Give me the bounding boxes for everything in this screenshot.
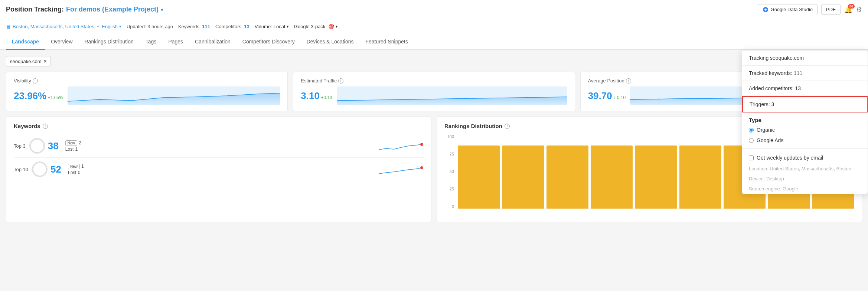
dp-type-organic-row: Organic xyxy=(742,125,868,135)
dp-tracking-label: Tracking seoquake.com xyxy=(742,50,868,66)
nav-item-devices-locations[interactable]: Devices & Locations xyxy=(301,34,360,50)
dp-search-engine-meta: Search engine: Google xyxy=(742,184,868,194)
nav-item-competitors-discovery[interactable]: Competitors Discovery xyxy=(236,34,301,50)
rd-bar-5 xyxy=(635,146,677,209)
gpack-dropdown-arrow: ▾ xyxy=(336,24,338,29)
gpack-icon: 🎯 xyxy=(328,24,334,29)
keywords-value: 111 xyxy=(202,24,210,29)
language-text: English xyxy=(102,24,118,29)
kw-top3-badges: New 2 Lost 1 xyxy=(65,140,81,152)
dp-type-organic-radio[interactable] xyxy=(749,128,754,133)
page-title-static: Position Tracking: xyxy=(6,6,64,13)
nav-item-cannibalization[interactable]: Cannibalization xyxy=(189,34,236,50)
keywords-info-icon[interactable]: i xyxy=(43,124,48,129)
dp-type-google-ads-radio[interactable] xyxy=(749,138,754,143)
volume-dropdown[interactable]: Volume: Local ▾ xyxy=(255,24,289,29)
rd-bar-4 xyxy=(591,146,633,209)
dp-triggers: Triggers: 3 xyxy=(742,96,868,112)
kw-top10-new-value: 1 xyxy=(81,164,84,169)
nav-item-featured-snippets[interactable]: Featured Snippets xyxy=(359,34,414,50)
kw-top3-lost-value: 1 xyxy=(75,147,78,152)
visibility-info-icon[interactable]: i xyxy=(33,78,38,84)
nav-item-landscape[interactable]: Landscape xyxy=(6,34,45,50)
kw-top10-ring xyxy=(32,161,48,177)
traffic-change: +0.13 xyxy=(321,95,332,100)
visibility-value-row: 23.96% +1.65% xyxy=(14,86,280,105)
dp-weekly-updates-label: Get weekly updates by email xyxy=(757,155,823,161)
keywords-list: Top 3 38 New 2 Lost xyxy=(14,134,424,181)
kw-top3-lost-label: Lost xyxy=(65,147,74,152)
competitors-info: Competitors: 13 xyxy=(215,24,249,29)
rankings-info-icon[interactable]: i xyxy=(505,124,510,129)
y-label-100: 100 xyxy=(447,134,454,139)
notification-bell-button[interactable]: 🔔 86 xyxy=(844,6,852,14)
nav-item-overview[interactable]: Overview xyxy=(45,34,78,50)
dp-location-meta: Location: United States, Massachusetts, … xyxy=(742,164,868,174)
rd-bar-2 xyxy=(502,146,544,209)
dp-added-competitors: Added competitors: 13 xyxy=(742,81,868,96)
dp-weekly-updates-row: Get weekly updates by email xyxy=(742,152,868,164)
dp-weekly-updates-checkbox[interactable] xyxy=(749,156,754,160)
dp-type-google-ads-row: Google Ads xyxy=(742,135,868,146)
dp-type-organic-label: Organic xyxy=(757,127,775,133)
traffic-info-icon[interactable]: i xyxy=(338,78,343,84)
settings-dropdown-panel: Tracking seoquake.com Tracked keywords: … xyxy=(742,50,868,194)
traffic-card: Estimated Traffic i 3.10 +0.13 xyxy=(293,72,575,111)
position-info-icon[interactable]: i xyxy=(626,78,631,84)
traffic-value: 3.10 xyxy=(301,90,320,101)
settings-button[interactable]: ⚙ xyxy=(856,6,862,14)
gear-icon: ⚙ xyxy=(856,6,862,13)
rd-bar-3 xyxy=(546,146,588,209)
filter-bar: seoquake.com × xyxy=(6,56,862,66)
pdf-button[interactable]: PDF xyxy=(821,4,841,15)
nav-item-tags[interactable]: Tags xyxy=(140,34,163,50)
kw-top3-right xyxy=(379,139,424,153)
position-value: 39.70 xyxy=(588,90,612,101)
kw-top10-value: 52 xyxy=(50,164,61,175)
gpack-label: Google 3-pack: xyxy=(294,24,327,29)
kw-top3-label: Top 3 xyxy=(14,143,26,149)
svg-point-2 xyxy=(420,166,423,169)
kw-top3-value: 38 xyxy=(48,140,59,152)
filter-tag-remove[interactable]: × xyxy=(44,58,47,64)
kw-top10-lost-value: 0 xyxy=(78,170,81,175)
nav-bar: Landscape Overview Rankings Distribution… xyxy=(0,34,868,50)
keywords-card: Keywords i Top 3 38 xyxy=(6,117,431,222)
sub-bar: 🖥 Boston, Massachusetts, United States •… xyxy=(0,19,868,34)
visibility-chart xyxy=(68,86,280,105)
dp-type-google-ads-label: Google Ads xyxy=(757,137,783,143)
visibility-change: +1.65% xyxy=(48,95,63,100)
kw-top10-left: Top 10 52 New 1 Lost xyxy=(14,161,84,177)
volume-dropdown-arrow: ▾ xyxy=(287,24,289,29)
dp-divider xyxy=(742,148,868,149)
competitors-value: 13 xyxy=(244,24,249,29)
position-change: ↑ 0.10 xyxy=(613,95,626,100)
visibility-title: Visibility i xyxy=(14,78,280,84)
kw-top3-chart xyxy=(379,139,424,153)
y-label-50: 50 xyxy=(450,169,454,174)
project-dropdown-arrow[interactable]: ▾ xyxy=(161,7,163,13)
google-data-studio-button[interactable]: Google Data Studio xyxy=(758,4,818,15)
top-bar-left: Position Tracking: For demos (Example Pr… xyxy=(6,6,163,13)
svg-point-1 xyxy=(420,143,423,146)
monitor-icon: 🖥 xyxy=(6,24,11,30)
notification-badge: 86 xyxy=(848,4,855,9)
dp-type-title: Type xyxy=(742,112,868,125)
bottom-row: Keywords i Top 3 38 xyxy=(6,117,862,222)
nav-item-rankings-distribution[interactable]: Rankings Distribution xyxy=(79,34,140,50)
project-title-link[interactable]: For demos (Example Project) xyxy=(66,6,159,13)
gpack-dropdown[interactable]: Google 3-pack: 🎯 ▾ xyxy=(294,24,338,29)
traffic-value-row: 3.10 +0.13 xyxy=(301,86,567,105)
gds-button-label: Google Data Studio xyxy=(771,7,813,12)
updated-info: Updated: 3 hours ago xyxy=(127,24,173,29)
cards-row: Visibility i 23.96% +1.65% xyxy=(6,72,862,111)
dp-device-meta: Device: Desktop xyxy=(742,174,868,184)
visibility-value: 23.96% xyxy=(14,90,46,101)
kw-top3-new-badge: New xyxy=(65,140,77,146)
domain-filter-tag: seoquake.com × xyxy=(6,56,51,66)
nav-item-pages[interactable]: Pages xyxy=(162,34,189,50)
kw-top10-new-badge: New xyxy=(68,164,80,169)
location-selector[interactable]: 🖥 Boston, Massachusetts, United States •… xyxy=(6,24,121,30)
kw-top3-ring xyxy=(29,138,45,154)
visibility-card: Visibility i 23.96% +1.65% xyxy=(6,72,288,111)
